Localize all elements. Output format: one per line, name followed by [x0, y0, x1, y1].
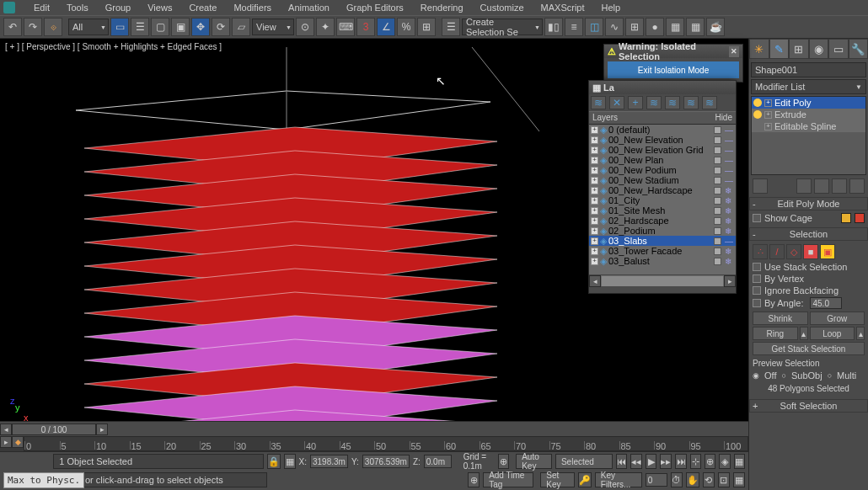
- adaptive-degradation-button[interactable]: ⊕: [498, 454, 509, 469]
- by-angle-checkbox[interactable]: [753, 299, 761, 307]
- window-crossing-button[interactable]: ▣: [171, 18, 190, 36]
- preview-multi-radio[interactable]: Multi: [837, 370, 856, 381]
- layer-row[interactable]: +◈00_New_Hardscape❄: [589, 185, 736, 195]
- layer-row[interactable]: +◈0 (default)—: [589, 125, 736, 135]
- hide-checkbox[interactable]: [714, 157, 721, 164]
- next-frame-button[interactable]: ▸▸: [660, 454, 672, 469]
- time-next-button[interactable]: ▸: [96, 423, 108, 435]
- maxscript-macro-button[interactable]: Max to Physc.: [3, 472, 84, 488]
- hide-checkbox[interactable]: [714, 187, 721, 194]
- bulb-icon[interactable]: [753, 110, 762, 119]
- preview-subobj-radio[interactable]: SubObj: [791, 370, 822, 381]
- select-by-name-button[interactable]: ☰: [131, 18, 149, 36]
- expand-icon[interactable]: +: [591, 177, 598, 184]
- layer-row[interactable]: +◈02_Podium❄: [589, 226, 736, 236]
- layer-row[interactable]: +◈03_Slabs—: [589, 236, 736, 246]
- select-rotate-button[interactable]: ⟳: [212, 18, 230, 36]
- hide-checkbox[interactable]: [714, 207, 721, 215]
- current-frame-input[interactable]: 0: [646, 473, 667, 487]
- modifier-list-dropdown[interactable]: Modifier List▼: [751, 79, 866, 94]
- manipulate-button[interactable]: ✦: [316, 18, 335, 36]
- scroll-left-button[interactable]: ◂: [589, 275, 601, 287]
- layer-row[interactable]: +◈00_New Stadium—: [589, 175, 736, 185]
- delete-layer-button[interactable]: ✕: [609, 96, 624, 109]
- layers-list[interactable]: +◈0 (default)—+◈00_New Elevation—+◈00_Ne…: [589, 125, 736, 274]
- hide-checkbox[interactable]: [714, 197, 721, 205]
- viewport-nav3[interactable]: ◈: [719, 454, 730, 469]
- use-pivot-button[interactable]: ⊙: [296, 18, 314, 36]
- expand-icon[interactable]: +: [764, 99, 772, 107]
- hide-checkbox[interactable]: [714, 227, 721, 235]
- goto-start-button[interactable]: ⏮: [616, 454, 627, 469]
- z-coord-input[interactable]: 0.0m: [424, 455, 452, 468]
- menu-tools[interactable]: Tools: [58, 1, 97, 14]
- hide-checkbox[interactable]: [714, 136, 721, 144]
- polygon-mode-button[interactable]: ■: [803, 244, 818, 259]
- prev-frame-button[interactable]: ◂◂: [630, 454, 642, 469]
- expand-icon[interactable]: +: [591, 217, 598, 225]
- layer-row[interactable]: +◈03_Tower Facade❄: [589, 246, 736, 256]
- freeze-icon[interactable]: ❄: [725, 247, 732, 256]
- track-ruler[interactable]: 0510152025303540455055606570758085909510…: [24, 436, 748, 451]
- cage-color-a[interactable]: [841, 213, 851, 223]
- hide-checkbox[interactable]: [714, 258, 721, 265]
- freeze-layer-button[interactable]: ≋: [702, 96, 717, 109]
- menu-rendering[interactable]: Rendering: [412, 1, 472, 14]
- tab-utilities[interactable]: 🔧: [849, 39, 869, 59]
- named-sel-dropdown[interactable]: Create Selection Se: [462, 19, 543, 35]
- redo-button[interactable]: ↷: [24, 18, 42, 36]
- ring-button[interactable]: Ring: [753, 327, 798, 340]
- expand-icon[interactable]: +: [591, 126, 598, 134]
- bulb-icon[interactable]: [753, 99, 762, 107]
- loop-spinner[interactable]: ▴: [856, 327, 865, 340]
- auto-key-button[interactable]: Auto Key: [516, 454, 552, 469]
- layer-row[interactable]: +◈01_Site Mesh❄: [589, 205, 736, 216]
- mirror-button[interactable]: ▮▯: [544, 18, 563, 36]
- goto-end-button[interactable]: ⏭: [675, 454, 686, 469]
- tab-create[interactable]: ✳: [749, 39, 769, 59]
- shrink-button[interactable]: Shrink: [753, 312, 808, 325]
- border-mode-button[interactable]: ◇: [786, 244, 801, 259]
- ring-spinner[interactable]: ▴: [800, 327, 808, 340]
- set-key-button[interactable]: Set Key: [540, 472, 575, 487]
- time-config-button[interactable]: ⏱: [671, 472, 683, 487]
- render-frame-button[interactable]: ▦: [686, 18, 705, 36]
- expand-icon[interactable]: +: [591, 248, 598, 255]
- menu-create[interactable]: Create: [180, 1, 225, 14]
- schematic-button[interactable]: ⊞: [625, 18, 644, 36]
- hide-checkbox[interactable]: [714, 167, 721, 174]
- make-unique-button[interactable]: [814, 178, 829, 194]
- angle-value-input[interactable]: 45.0: [810, 297, 842, 309]
- viewport-nav4[interactable]: ▦: [734, 454, 745, 469]
- expand-icon[interactable]: +: [591, 258, 598, 265]
- stack-item-extrude[interactable]: + Extrude: [752, 109, 865, 120]
- remove-modifier-button[interactable]: [832, 178, 847, 194]
- modifier-stack[interactable]: + Edit Poly + Extrude + Editable Spline: [751, 96, 866, 175]
- render-button[interactable]: ☕: [706, 18, 725, 36]
- hide-checkbox[interactable]: [714, 177, 721, 184]
- hide-checkbox[interactable]: [714, 237, 721, 245]
- freeze-icon[interactable]: ❄: [725, 257, 732, 266]
- play-button[interactable]: ▶: [646, 454, 656, 469]
- configure-sets-button[interactable]: [849, 178, 865, 194]
- freeze-icon[interactable]: —: [725, 237, 732, 246]
- viewport-nav7[interactable]: ⊡: [718, 472, 730, 487]
- menu-edit[interactable]: Edit: [25, 1, 58, 14]
- snap-3-button[interactable]: 3: [356, 18, 375, 36]
- render-setup-button[interactable]: ▦: [666, 18, 684, 36]
- angle-snap-button[interactable]: ∠: [377, 18, 395, 36]
- freeze-icon[interactable]: —: [725, 166, 732, 175]
- tab-motion[interactable]: ◉: [809, 39, 829, 59]
- x-coord-input[interactable]: 3198.3m: [310, 455, 348, 468]
- viewport-nav8[interactable]: ▦: [733, 472, 745, 487]
- expand-icon[interactable]: +: [764, 123, 772, 130]
- expand-icon[interactable]: +: [764, 111, 772, 119]
- layer-row[interactable]: +◈00_New Elevation Grid—: [589, 145, 736, 155]
- viewport-nav6[interactable]: ⟲: [703, 472, 715, 487]
- spinner-snap-button[interactable]: ⊞: [417, 18, 436, 36]
- trackbar-toggle-button[interactable]: ▸: [0, 436, 12, 448]
- menu-views[interactable]: Views: [139, 1, 180, 14]
- tab-modify[interactable]: ✎: [769, 39, 790, 59]
- layers-hscrollbar[interactable]: ◂ ▸: [589, 274, 736, 286]
- freeze-icon[interactable]: —: [725, 156, 732, 165]
